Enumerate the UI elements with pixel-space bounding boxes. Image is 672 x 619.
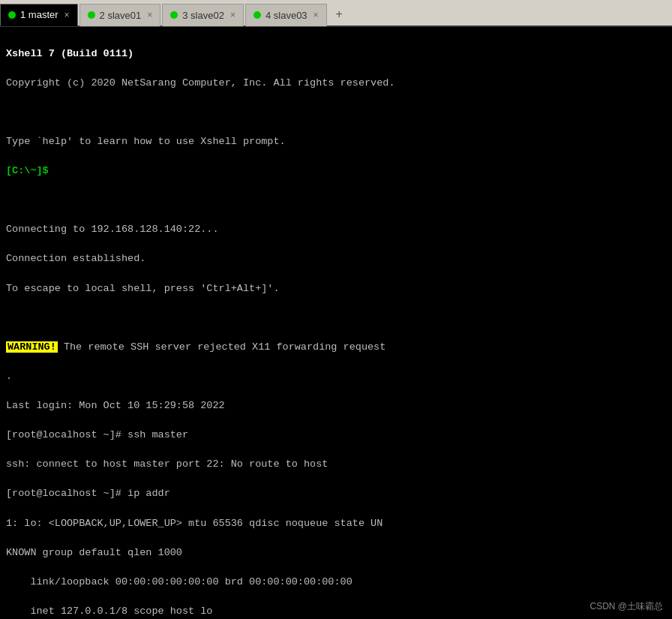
tab-label-slave01: 2 slave01 [100, 10, 142, 21]
tab-label-master: 1 master [20, 9, 58, 20]
prompt1: [C:\~]$ [6, 165, 49, 176]
tab-dot-slave03 [254, 11, 261, 19]
connecting-line: Connecting to 192.168.128.140:22... [6, 224, 219, 235]
tab-close-slave01[interactable]: × [147, 10, 152, 20]
tab-dot-slave01 [88, 11, 95, 19]
tab-dot-master [8, 11, 16, 19]
tab-slave02[interactable]: 3 slave02 × [162, 4, 244, 26]
warning-label: WARNING! [6, 341, 58, 353]
warning-text: The remote SSH server rejected X11 forwa… [58, 341, 386, 353]
tab-close-slave03[interactable]: × [314, 10, 319, 20]
help-line: Type `help' to learn how to use Xshell p… [6, 136, 286, 147]
last-login: Last login: Mon Oct 10 15:29:58 2022 [6, 400, 225, 411]
tab-dot-slave02 [170, 11, 178, 19]
lo-line1: 1: lo: <LOOPBACK,UP,LOWER_UP> mtu 65536 … [6, 518, 382, 529]
ssh-error: ssh: connect to host master port 22: No … [6, 458, 328, 470]
tab-close-slave02[interactable]: × [230, 10, 236, 20]
tab-master[interactable]: 1 master × [0, 4, 78, 26]
copyright-line: Copyright (c) 2020 NetSarang Computer, I… [6, 77, 394, 89]
tab-label-slave02: 3 slave02 [182, 10, 224, 21]
root-prompt1: [root@localhost ~]# ssh master [6, 429, 188, 440]
warning-dot: . [6, 371, 12, 382]
escape-info: To escape to local shell, press 'Ctrl+Al… [6, 283, 280, 294]
terminal-output[interactable]: Xshell 7 (Build 0111) Copyright (c) 2020… [0, 27, 672, 619]
tab-label-slave03: 4 slave03 [266, 10, 308, 21]
tab-bar: 1 master × 2 slave01 × 3 slave02 × 4 sla… [0, 0, 672, 27]
root-prompt2: [root@localhost ~]# ip addr [6, 488, 170, 499]
lo-link: link/loopback 00:00:00:00:00:00 brd 00:0… [6, 576, 352, 587]
add-tab-button[interactable]: + [328, 5, 350, 24]
lo-inet: inet 127.0.0.1/8 scope host lo [6, 605, 212, 617]
tab-slave03[interactable]: 4 slave03 × [245, 4, 327, 26]
title-line: Xshell 7 (Build 0111) [6, 48, 134, 59]
established-line: Connection established. [6, 253, 146, 264]
tab-close-master[interactable]: × [64, 10, 70, 20]
watermark: CSDN @土味霸总 [590, 600, 663, 613]
lo-line2: KNOWN group default qlen 1000 [6, 547, 182, 558]
tab-slave01[interactable]: 2 slave01 × [80, 4, 161, 26]
